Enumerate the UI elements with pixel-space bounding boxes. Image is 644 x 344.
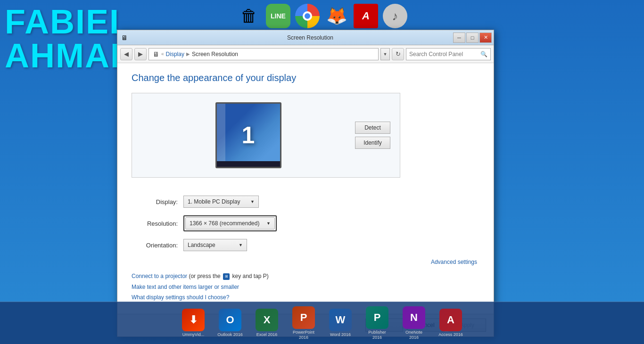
page-title: Change the appearance of your display — [132, 73, 479, 83]
back-button[interactable]: ◀ — [120, 48, 132, 60]
ummy-icon: ⬇ — [182, 309, 205, 331]
access-icon: A — [439, 309, 462, 331]
breadcrumb-display[interactable]: Display — [166, 51, 184, 57]
forward-button[interactable]: ▶ — [134, 48, 147, 60]
detect-button[interactable]: Detect — [355, 122, 390, 134]
window-controls: ─ □ ✕ — [453, 33, 492, 43]
help-links: Connect to a projector (or press the ⊞ k… — [132, 273, 479, 301]
orientation-value: Landscape — [188, 242, 215, 248]
access-label: Access 2016 — [438, 332, 463, 337]
windows-key-icon: ⊞ — [223, 273, 230, 280]
breadcrumb-separator2: ▶ — [186, 51, 190, 57]
window-title: Screen Resolution — [131, 34, 490, 41]
taskbar-item-excel[interactable]: X Excel 2016 — [250, 309, 283, 337]
display-row: Display: 1. Mobile PC Display ▼ — [132, 196, 479, 208]
publisher-icon: P — [366, 306, 388, 329]
projector-link[interactable]: Connect to a projector — [132, 273, 187, 279]
excel-label: Excel 2016 — [256, 332, 278, 337]
outlook-label: Outlook 2016 — [217, 332, 243, 337]
chrome-icon[interactable] — [295, 4, 320, 28]
resolution-value: 1366 × 768 (recommended) — [190, 220, 259, 227]
taskbar-item-access[interactable]: A Access 2016 — [434, 309, 467, 337]
taskbar-item-word[interactable]: W Word 2016 — [324, 309, 357, 337]
brand-line2: AHMAD — [5, 39, 136, 73]
resolution-label: Resolution: — [132, 220, 183, 227]
onenote-icon: N — [403, 306, 425, 329]
orientation-row: Orientation: Landscape ▼ — [132, 239, 479, 251]
address-path[interactable]: 🖥 « Display ▶ Screen Resolution — [149, 48, 379, 60]
address-bar: ◀ ▶ 🖥 « Display ▶ Screen Resolution ▼ ↻ … — [117, 45, 494, 63]
monitor-number: 1 — [242, 122, 255, 149]
powerpoint-icon: P — [292, 306, 315, 329]
taskbar-item-outlook[interactable]: O Outlook 2016 — [214, 309, 247, 337]
projector-link-suffix: (or press the — [189, 273, 222, 279]
orientation-label: Orientation: — [132, 242, 183, 249]
display-value: 1. Mobile PC Display — [188, 198, 240, 205]
window-content: Change the appearance of your display 1 … — [117, 63, 494, 314]
taskbar: ⬇ UmmyVid... O Outlook 2016 X Excel 2016… — [0, 302, 644, 344]
refresh-button[interactable]: ↻ — [392, 48, 404, 60]
search-input[interactable] — [409, 51, 480, 57]
line-app-icon[interactable]: LINE — [266, 4, 290, 28]
taskbar-item-ummy[interactable]: ⬇ UmmyVid... — [177, 309, 210, 337]
desktop-branding: FABIEL AHMAD — [5, 5, 136, 73]
text-size-link[interactable]: Make text and other items larger or smal… — [132, 284, 479, 290]
powerpoint-label: PowerPoint2016 — [293, 330, 314, 340]
identify-button[interactable]: Identify — [355, 137, 390, 149]
projector-link-row: Connect to a projector (or press the ⊞ k… — [132, 273, 479, 280]
adobe-icon[interactable]: A — [354, 4, 378, 28]
onenote-label: OneNote2016 — [405, 330, 422, 340]
ummy-label: UmmyVid... — [182, 332, 204, 337]
close-button[interactable]: ✕ — [479, 33, 492, 43]
brand-line1: FABIEL — [5, 5, 136, 39]
itunes-icon[interactable]: ♪ — [383, 4, 407, 28]
taskbar-item-powerpoint[interactable]: P PowerPoint2016 — [287, 306, 320, 340]
outlook-icon: O — [219, 309, 241, 331]
monitor-preview-area: 1 Detect Identify — [132, 93, 400, 178]
taskbar-item-publisher[interactable]: P Publisher2016 — [361, 306, 394, 340]
monitor-display: 1 — [215, 102, 281, 168]
breadcrumb-current: Screen Resolution — [192, 51, 238, 57]
publisher-label: Publisher2016 — [368, 330, 386, 340]
top-dock: 🗑 LINE 🦊 A ♪ — [237, 4, 407, 28]
screen-resolution-window: 🖥 Screen Resolution ─ □ ✕ ◀ ▶ 🖥 « Displa… — [117, 30, 494, 337]
excel-icon: X — [256, 309, 278, 331]
monitor-buttons: Detect Identify — [355, 122, 390, 149]
word-label: Word 2016 — [330, 332, 351, 337]
display-label: Display: — [132, 198, 183, 205]
taskbar-item-onenote[interactable]: N OneNote2016 — [397, 306, 430, 340]
recycle-bin-icon[interactable]: 🗑 — [237, 4, 261, 28]
word-icon: W — [329, 309, 352, 331]
advanced-settings-link[interactable]: Advanced settings — [132, 259, 477, 265]
minimize-button[interactable]: ─ — [453, 33, 465, 43]
search-icon: 🔍 — [480, 51, 487, 57]
orientation-dropdown[interactable]: Landscape ▼ — [183, 239, 247, 251]
breadcrumb-separator1: « — [161, 51, 164, 57]
display-settings-link[interactable]: What display settings should I choose? — [132, 294, 479, 301]
maximize-button[interactable]: □ — [466, 33, 479, 43]
search-control[interactable]: 🔍 — [406, 48, 491, 60]
display-chevron-icon: ▼ — [250, 199, 255, 204]
projector-link-end: key and tap P) — [232, 273, 268, 279]
address-dropdown-button[interactable]: ▼ — [380, 48, 390, 60]
title-bar: 🖥 Screen Resolution ─ □ ✕ — [117, 30, 494, 45]
firefox-icon[interactable]: 🦊 — [324, 4, 349, 28]
resolution-dropdown[interactable]: 1366 × 768 (recommended) ▼ — [185, 217, 275, 229]
resolution-chevron-icon: ▼ — [266, 221, 271, 226]
resolution-row: Resolution: 1366 × 768 (recommended) ▼ — [132, 215, 479, 231]
desktop: FABIEL AHMAD 🗑 LINE 🦊 A ♪ 🖥 Screen Resol… — [0, 0, 644, 344]
display-dropdown[interactable]: 1. Mobile PC Display ▼ — [183, 196, 259, 208]
orientation-chevron-icon: ▼ — [239, 243, 243, 247]
